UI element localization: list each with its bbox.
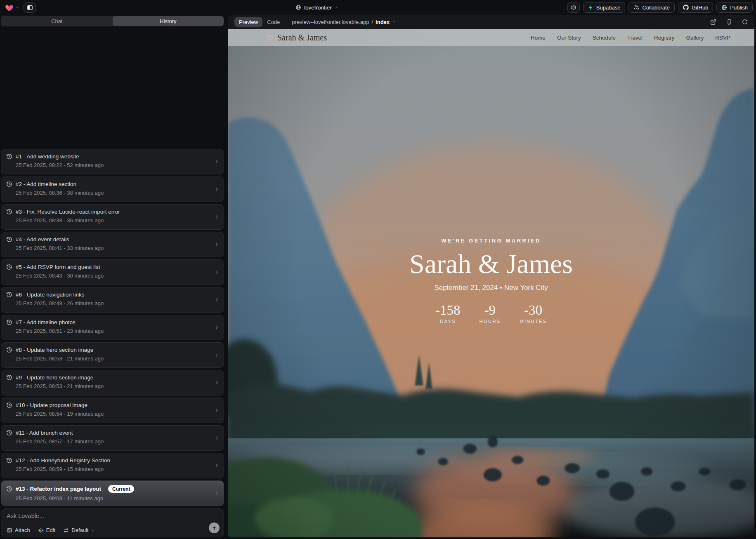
chevron-right-icon[interactable] (214, 380, 220, 386)
chevron-right-icon[interactable] (214, 408, 220, 413)
site-nav-link[interactable]: Home (531, 35, 546, 41)
chevron-right-icon[interactable] (214, 297, 220, 303)
history-list-item[interactable]: #1 - Add wedding website 25 Feb 2025, 08… (1, 149, 224, 174)
history-clock-icon (6, 486, 12, 492)
preview-panel: Preview Code preview--lovefrontier.lovab… (228, 15, 754, 537)
chevron-right-icon[interactable] (214, 242, 220, 247)
github-label: GitHub (692, 5, 708, 11)
history-list-item[interactable]: #10 - Update proposal image 25 Feb 2025,… (1, 398, 224, 423)
site-logo[interactable]: Sarah & James (267, 33, 327, 42)
history-list-item[interactable]: #9 - Update hero section image 25 Feb 20… (1, 370, 224, 395)
panel-left-icon (27, 5, 33, 11)
mobile-view-icon[interactable] (726, 19, 732, 25)
history-list-item[interactable]: #2 - Add timeline section 25 Feb 2025, 0… (1, 177, 224, 202)
version-timestamp: 25 Feb 2025, 08:51 - 23 minutes ago (16, 328, 212, 334)
tab-chat[interactable]: Chat (1, 16, 113, 26)
hero-title: Sarah & James (228, 249, 754, 278)
chevron-down-icon (335, 5, 339, 9)
version-timestamp: 25 Feb 2025, 08:53 - 21 minutes ago (16, 383, 212, 389)
chat-input[interactable] (7, 513, 218, 523)
version-title: #6 - Update navigation links (16, 292, 85, 298)
chat-sidebar: Chat History #1 - Add wedding website 25… (0, 15, 225, 539)
history-list-item[interactable]: #5 - Add RSVP form and guest list 25 Feb… (1, 259, 224, 285)
chevron-right-icon[interactable] (214, 270, 220, 275)
open-external-icon[interactable] (710, 19, 716, 25)
chevron-right-icon[interactable] (214, 491, 220, 496)
version-timestamp: 25 Feb 2025, 08:57 - 17 minutes ago (16, 438, 212, 445)
publish-label: Publish (730, 5, 748, 11)
site-nav-link[interactable]: Schedule (593, 35, 616, 41)
chevron-right-icon[interactable] (214, 435, 220, 441)
tab-history[interactable]: History (113, 16, 224, 26)
version-timestamp: 25 Feb 2025, 08:54 - 19 minutes ago (16, 411, 212, 417)
users-icon (633, 5, 639, 10)
collaborate-button[interactable]: Collaborate (628, 2, 675, 13)
supabase-button[interactable]: Supabase (583, 2, 626, 13)
chevron-right-icon[interactable] (214, 325, 220, 330)
version-title: #10 - Update proposal image (16, 402, 87, 408)
version-title: #5 - Add RSVP form and guest list (16, 264, 100, 270)
version-timestamp: 25 Feb 2025, 08:22 - 52 minutes ago (16, 162, 212, 168)
project-selector[interactable]: lovefrontier (295, 0, 339, 15)
history-clock-icon (6, 402, 12, 408)
github-button[interactable]: GitHub (678, 2, 713, 13)
countdown-label: DAYS (435, 319, 461, 324)
version-title: #11 - Add brunch event (16, 430, 73, 436)
history-list-item[interactable]: #3 - Fix: Resolve Lucide-react import er… (1, 204, 224, 230)
countdown-label: HOURS (480, 319, 501, 324)
hero-date-location: September 21, 2024 • New York City (228, 284, 754, 292)
mode-label: Default (71, 527, 88, 533)
site-nav-link[interactable]: Registry (654, 35, 675, 41)
history-clock-icon (6, 347, 12, 353)
top-bar: lovefrontier Supabase Collaborate (0, 0, 756, 15)
attach-button[interactable]: Attach (7, 527, 30, 533)
history-clock-icon (6, 236, 12, 242)
lovable-logo-menu[interactable] (5, 4, 19, 12)
heart-outline-icon (267, 34, 274, 41)
supabase-label: Supabase (596, 5, 621, 11)
countdown-value: -30 (520, 303, 547, 318)
site-nav-link[interactable]: RSVP (715, 35, 730, 41)
countdown-value: -9 (480, 303, 501, 318)
site-nav-link[interactable]: Gallery (686, 35, 704, 41)
chevron-right-icon[interactable] (214, 463, 220, 468)
history-list-item[interactable]: #4 - Add event details 25 Feb 2025, 08:4… (1, 232, 224, 257)
history-list-item[interactable]: #8 - Update hero section image 25 Feb 20… (1, 342, 224, 368)
history-list-item[interactable]: #12 - Add Honeyfund Registry Section 25 … (1, 453, 224, 478)
settings-button[interactable] (567, 2, 580, 13)
chevron-right-icon[interactable] (214, 353, 220, 358)
site-nav-link[interactable]: Travel (627, 35, 643, 41)
chevron-right-icon[interactable] (214, 187, 220, 192)
history-list-item[interactable]: #7 - Add timeline photos 25 Feb 2025, 08… (1, 315, 224, 340)
version-title: #7 - Add timeline photos (16, 319, 76, 325)
globe-icon (295, 5, 301, 10)
edit-select-button[interactable]: Edit (38, 527, 55, 533)
site-nav-link[interactable]: Our Story (557, 35, 581, 41)
history-clock-icon (6, 209, 12, 215)
collaborate-label: Collaborate (642, 5, 670, 11)
url-separator: / (371, 19, 373, 25)
publish-button[interactable]: Publish (716, 2, 753, 13)
history-list-item[interactable]: #11 - Add brunch event 25 Feb 2025, 08:5… (1, 425, 224, 451)
refresh-icon[interactable] (742, 19, 748, 25)
sidebar-toggle-button[interactable] (24, 2, 36, 13)
url-page: index (376, 19, 390, 25)
preview-toolbar: Preview Code preview--lovefrontier.lovab… (228, 15, 754, 29)
history-list-item[interactable]: #13 - Refactor index page layout Current… (1, 480, 224, 506)
preview-url[interactable]: preview--lovefrontier.lovable.app / inde… (292, 19, 396, 25)
site-nav: Home Our Story Schedule Travel Registry … (531, 35, 730, 41)
attach-label: Attach (15, 527, 30, 533)
version-timestamp: 25 Feb 2025, 08:59 - 15 minutes ago (16, 466, 212, 472)
version-title: #2 - Add timeline section (16, 181, 76, 187)
chevron-down-icon (392, 20, 396, 24)
version-title: #4 - Add event details (16, 236, 69, 242)
hero-eyebrow: WE'RE GETTING MARRIED (228, 238, 754, 244)
tab-code[interactable]: Code (262, 17, 284, 27)
mode-selector[interactable]: Default (63, 527, 95, 533)
send-button[interactable] (209, 523, 220, 533)
version-title: #3 - Fix: Resolve Lucide-react import er… (16, 209, 120, 215)
tab-preview[interactable]: Preview (234, 17, 262, 27)
history-list-item[interactable]: #6 - Update navigation links 25 Feb 2025… (1, 287, 224, 313)
chevron-right-icon[interactable] (214, 159, 220, 165)
chevron-right-icon[interactable] (214, 214, 220, 220)
